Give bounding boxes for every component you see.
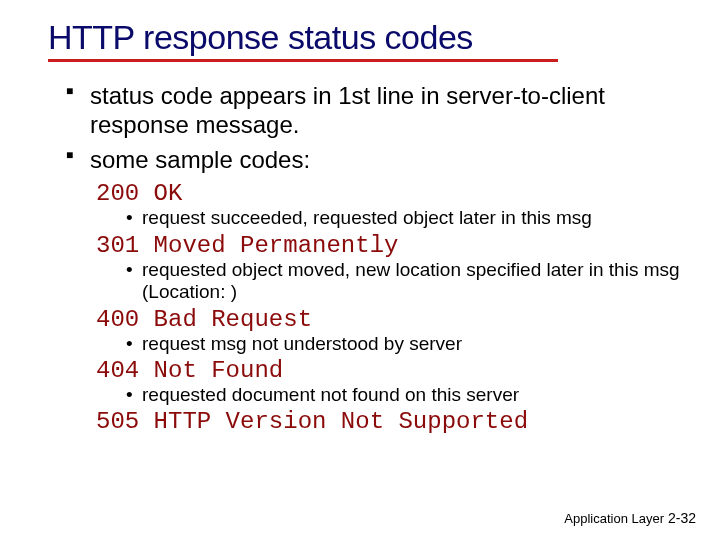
bullet-item: some sample codes: — [66, 146, 690, 175]
status-code: 301 Moved Permanently — [96, 232, 690, 259]
slide-title: HTTP response status codes — [48, 18, 690, 57]
slide-footer: Application Layer 2-32 — [564, 510, 696, 526]
bullet-item: status code appears in 1st line in serve… — [66, 82, 690, 140]
status-code: 505 HTTP Version Not Supported — [96, 408, 690, 435]
top-bullet-list: status code appears in 1st line in serve… — [48, 82, 690, 174]
code-desc-list: requested object moved, new location spe… — [96, 259, 690, 304]
code-desc-list: request succeeded, requested object late… — [96, 207, 690, 229]
code-desc-list: requested document not found on this ser… — [96, 384, 690, 406]
status-codes-block: 200 OK request succeeded, requested obje… — [48, 180, 690, 435]
code-desc: requested document not found on this ser… — [126, 384, 690, 406]
footer-page: 2-32 — [668, 510, 696, 526]
status-code: 404 Not Found — [96, 357, 690, 384]
status-code: 400 Bad Request — [96, 306, 690, 333]
title-underline — [48, 59, 558, 62]
code-desc: requested object moved, new location spe… — [126, 259, 690, 304]
code-desc: request succeeded, requested object late… — [126, 207, 690, 229]
footer-section: Application Layer — [564, 511, 664, 526]
status-code: 200 OK — [96, 180, 690, 207]
slide: HTTP response status codes status code a… — [0, 0, 720, 540]
code-desc: request msg not understood by server — [126, 333, 690, 355]
code-desc-list: request msg not understood by server — [96, 333, 690, 355]
